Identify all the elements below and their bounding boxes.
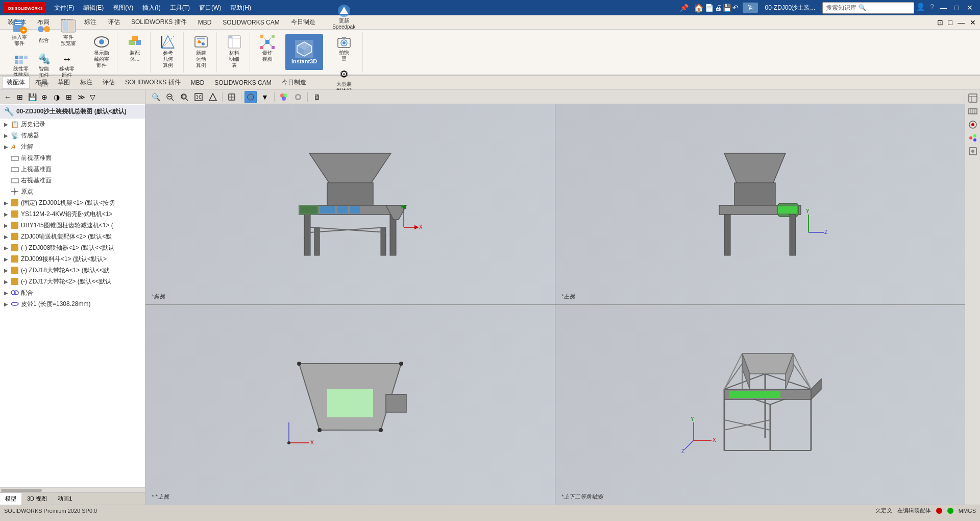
appearance-btn[interactable] bbox=[292, 91, 304, 103]
restore-button[interactable]: □ bbox=[950, 3, 963, 13]
home-icon[interactable]: 🏠 bbox=[694, 3, 704, 13]
lp-table-icon[interactable]: ⊞ bbox=[14, 91, 26, 103]
left-panel-hscroll[interactable] bbox=[0, 487, 145, 492]
ribbon-btn-assembly[interactable]: 装配体... bbox=[124, 32, 146, 64]
vp-restore-icon[interactable]: ⊡ bbox=[935, 17, 945, 28]
tree-item-annotations[interactable]: ▶ A 注解 bbox=[0, 141, 145, 152]
expand-motor[interactable]: ▶ bbox=[2, 210, 10, 218]
lp-arrow-left[interactable]: ← bbox=[2, 91, 13, 103]
expand-annotations[interactable]: ▶ bbox=[2, 143, 10, 151]
expand-hopper[interactable]: ▶ bbox=[2, 255, 10, 263]
tree-item-coupling[interactable]: ▶ (-) ZDJ008联轴器<1> (默认<<默认 bbox=[0, 242, 145, 253]
expand-sensors[interactable]: ▶ bbox=[2, 131, 10, 139]
sub-tab-sw-plugins[interactable]: SOLIDWORKS 插件 bbox=[120, 76, 185, 89]
viewport-front[interactable]: X Y *前视 bbox=[145, 104, 555, 304]
sub-tab-assembly[interactable]: 装配体 bbox=[2, 76, 30, 89]
save-icon[interactable]: 💾 bbox=[723, 4, 731, 12]
vp-maximize-icon[interactable]: □ bbox=[946, 17, 954, 28]
vp-minimize-icon[interactable]: — bbox=[955, 17, 967, 28]
undo-icon[interactable]: ↶ bbox=[732, 4, 739, 12]
tab-today-manufacturing[interactable]: 今日制造 bbox=[285, 15, 321, 29]
expand-mate[interactable]: ▶ bbox=[2, 289, 10, 297]
ribbon-btn-smart-fastener[interactable]: 🔩 智能扣件 bbox=[34, 50, 54, 80]
viewport-left[interactable]: Z Y *左视 bbox=[555, 104, 965, 304]
tree-item-belt[interactable]: ▶ 皮带1 (长度=1308.28mm) bbox=[0, 298, 145, 310]
expand-conveyor[interactable]: ▶ bbox=[2, 232, 10, 241]
zoom-in-btn[interactable]: 🔍 bbox=[150, 91, 162, 103]
help-icon[interactable]: ? bbox=[930, 3, 934, 13]
tree-item-motor[interactable]: ▶ YS112M-2-4KW铝壳卧式电机<1> bbox=[0, 208, 145, 220]
tab-annotation[interactable]: 标注 bbox=[79, 15, 102, 29]
zoom-out-btn[interactable] bbox=[164, 91, 176, 103]
menu-edit[interactable]: 编辑(E) bbox=[79, 3, 108, 13]
display-settings-btn[interactable]: 🖥 bbox=[311, 91, 323, 103]
search-kb-input[interactable]: 搜索知识库 bbox=[826, 4, 856, 12]
tab-mbd[interactable]: MBD bbox=[192, 16, 217, 29]
tab-animation[interactable]: 动画1 bbox=[53, 493, 77, 505]
tab-evaluate[interactable]: 评估 bbox=[102, 15, 126, 29]
tree-item-origin[interactable]: 原点 bbox=[0, 186, 145, 197]
vp-close-icon[interactable]: ✕ bbox=[968, 17, 978, 28]
tree-item-pulley-a[interactable]: ▶ (-) ZDJ18大带轮A<1> (默认<<默 bbox=[0, 265, 145, 276]
tree-item-hopper[interactable]: ▶ ZDJ009接料斗<1> (默认<默认> bbox=[0, 253, 145, 265]
tree-item-conveyor[interactable]: ▶ ZDJ00输送机装配体<2> (默认<默 bbox=[0, 231, 145, 242]
ribbon-btn-linear-array[interactable]: 线性零件阵列 bbox=[10, 50, 32, 80]
expand-pulley-a[interactable]: ▶ bbox=[2, 266, 10, 274]
ribbon-btn-ref-geom[interactable]: 参考几何算例 bbox=[157, 32, 179, 70]
menu-tools[interactable]: 工具(T) bbox=[166, 3, 194, 13]
ribbon-btn-mate[interactable]: 配合 bbox=[33, 19, 55, 45]
ribbon-btn-motion[interactable]: 新建运动算例 bbox=[190, 32, 212, 70]
tree-item-mate[interactable]: ▶ 配合 bbox=[0, 287, 145, 298]
color-display-btn[interactable] bbox=[278, 91, 290, 103]
new-icon[interactable]: 📄 bbox=[705, 4, 714, 12]
expand-frame[interactable]: ▶ bbox=[2, 199, 10, 207]
tree-item-frame[interactable]: ▶ (固定) ZDJ001机架<1> (默认<按切 bbox=[0, 197, 145, 208]
tab-3d-view[interactable]: 3D 视图 bbox=[22, 493, 53, 505]
menu-insert[interactable]: 插入(I) bbox=[138, 3, 164, 13]
tree-item-history[interactable]: ▶ 📋 历史记录 bbox=[0, 119, 145, 130]
close-button[interactable]: ✕ bbox=[964, 3, 976, 13]
sub-tab-sketch[interactable]: 草图 bbox=[53, 76, 75, 89]
shaded-with-edges-btn[interactable] bbox=[244, 91, 257, 103]
menu-help[interactable]: 帮助(H) bbox=[226, 3, 255, 13]
select-icon[interactable]: 🖱 bbox=[747, 4, 754, 12]
search-kb-icon[interactable]: 🔍 bbox=[859, 4, 866, 11]
tree-item-pulley-2[interactable]: ▶ (-) ZDJ17大带轮<2> (默认<<默认 bbox=[0, 276, 145, 287]
tab-sw-plugins[interactable]: SOLIDWORKS 插件 bbox=[126, 15, 192, 29]
viewport-top[interactable]: X * *上视 bbox=[145, 305, 555, 505]
expand-pulley-2[interactable]: ▶ bbox=[2, 277, 10, 286]
menu-file[interactable]: 文件(F) bbox=[50, 3, 78, 13]
ribbon-btn-instant3d[interactable]: Instant3D bbox=[285, 34, 323, 70]
tree-item-sensors[interactable]: ▶ 📡 传感器 bbox=[0, 130, 145, 141]
ribbon-btn-snapshot[interactable]: 拍快照 bbox=[334, 33, 354, 64]
rp-btn-2[interactable] bbox=[967, 105, 979, 117]
tab-model[interactable]: 模型 bbox=[0, 493, 22, 505]
rp-btn-5[interactable] bbox=[967, 145, 979, 157]
expand-history[interactable]: ▶ bbox=[2, 120, 10, 128]
lp-grid-icon[interactable]: ⊞ bbox=[63, 91, 75, 103]
expand-reducer[interactable]: ▶ bbox=[2, 221, 10, 229]
select-zoom-btn[interactable] bbox=[207, 91, 219, 103]
ribbon-btn-insert-part[interactable]: + 插入零部件 bbox=[8, 16, 31, 49]
sub-tab-today-mfg[interactable]: 今日制造 bbox=[277, 76, 311, 89]
print-icon[interactable]: 🖨 bbox=[715, 4, 722, 12]
pin-icon[interactable]: 📌 bbox=[680, 4, 689, 12]
lp-chevron-icon[interactable]: ≫ bbox=[76, 91, 87, 103]
user-icon[interactable]: 👤 bbox=[916, 3, 925, 13]
sub-tab-annotation[interactable]: 标注 bbox=[76, 76, 97, 89]
ribbon-btn-preview[interactable]: 零件预览窗 bbox=[57, 16, 80, 49]
tree-item-reducer[interactable]: ▶ DBY145圆锥圆柱齿轮减速机<1> ( bbox=[0, 220, 145, 231]
expand-coupling[interactable]: ▶ bbox=[2, 244, 10, 252]
zoom-area-btn[interactable] bbox=[178, 91, 190, 103]
expand-belt[interactable]: ▶ bbox=[2, 300, 10, 308]
rp-btn-3[interactable] bbox=[967, 119, 979, 131]
lp-target-icon[interactable]: ⊕ bbox=[39, 91, 50, 103]
ribbon-btn-show-hide[interactable]: 显示隐藏的零部件 bbox=[90, 32, 113, 70]
rp-btn-1[interactable] bbox=[967, 92, 979, 104]
tree-item-right-plane[interactable]: 右视基准面 bbox=[0, 175, 145, 186]
minimize-button[interactable]: — bbox=[937, 3, 949, 13]
view-orient-btn[interactable] bbox=[226, 91, 238, 103]
filter-icon[interactable]: ▽ bbox=[90, 93, 95, 101]
zoom-fit-btn[interactable] bbox=[192, 91, 205, 103]
view-dropdown-btn[interactable]: ▼ bbox=[259, 91, 271, 103]
